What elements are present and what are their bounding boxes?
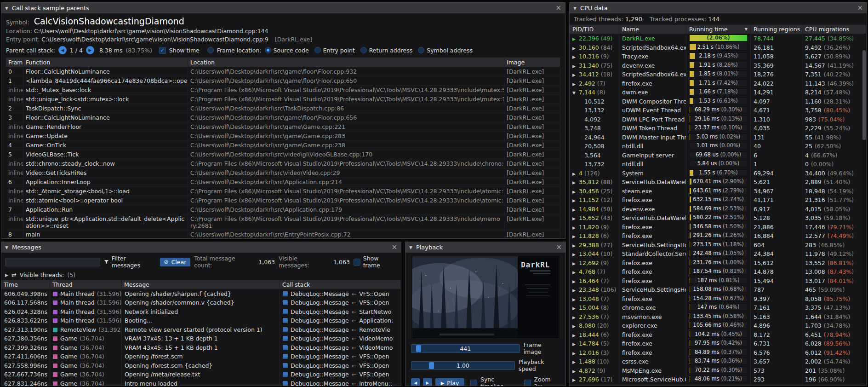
collapse-icon[interactable]: ▼ <box>573 6 577 11</box>
callstack-icon[interactable] <box>283 291 288 296</box>
frame-image-slider[interactable]: 441 <box>411 344 520 353</box>
cpu-row[interactable]: ▶13,044(10)StandardCollector.Servic242.4… <box>570 249 867 259</box>
message-row[interactable]: 627,831,246nsGame(36,704)Intro menu load… <box>1 379 401 386</box>
expand-collapsed-icon[interactable]: ▶ <box>572 350 579 358</box>
callstack-titlebar[interactable]: ▼ Call stack sample parents × <box>1 3 565 13</box>
cpu-row[interactable]: ▶23,348(106)ServiceHub.SettingsHost158.0… <box>570 285 867 295</box>
show-frame-checkbox[interactable] <box>354 259 360 266</box>
callstack-icon[interactable] <box>283 381 288 386</box>
column-header-call-stack[interactable]: Call stack <box>280 280 401 289</box>
callstack-row[interactable]: inlineVideo::GetTicksHiResC:\Users\wolf\… <box>6 168 560 178</box>
show-time-checkbox[interactable] <box>159 47 166 54</box>
next-parent-button[interactable]: ▶ <box>86 46 94 54</box>
radio-circle[interactable] <box>360 47 367 53</box>
cpu-row[interactable]: ▶4,768(7)firefox.exe187.54 ms (0.81%)14,… <box>570 267 867 277</box>
callstack-row[interactable]: 2TaskDispatch::SyncC:\Users\wolf\Desktop… <box>6 104 560 113</box>
message-row[interactable]: 627,380,356nsGame(36,704)VRAM 37x45: 13 … <box>1 335 401 344</box>
callstack-icon[interactable] <box>283 372 288 377</box>
callstack-icon[interactable] <box>283 318 288 323</box>
callstack-row[interactable]: inlineGame::UpdateC:\Users\wolf\Desktop\… <box>6 132 560 141</box>
callstack-row[interactable]: 7Application::RunC:\Users\wolf\Desktop\d… <box>6 205 560 214</box>
column-header-running-regions[interactable]: Running regions <box>751 25 802 34</box>
expand-collapsed-icon[interactable]: ▶ <box>572 53 579 61</box>
callstack-row[interactable]: 4Game::OnTickC:\Users\wolf\Desktop\darkr… <box>6 141 560 150</box>
collapse-icon[interactable]: ▼ <box>5 245 8 250</box>
callstack-row[interactable]: inlinestd::atomic<bool>::operator boolC:… <box>6 196 560 205</box>
callstack-icon[interactable] <box>283 363 288 368</box>
expand-collapsed-icon[interactable]: ▶ <box>572 81 579 88</box>
cpu-row[interactable]: ▶11,828(6)firefox.exe291.26 ms (1.26%)16… <box>570 231 867 241</box>
cpu-row[interactable]: ▶15,652(43)ServiceHub.DataWareho580.22 m… <box>570 214 867 223</box>
cpu-row[interactable]: ▶22,396(49)DarkRL.exe(2.06%)78,74427,445… <box>570 34 867 43</box>
close-icon[interactable]: × <box>555 5 561 12</box>
cpu-row[interactable]: ▶18,444(6)firefox.exe104.2 ms (0.45%)8,1… <box>570 330 867 340</box>
expand-collapsed-icon[interactable]: ▶ <box>572 35 579 43</box>
radio-circle[interactable] <box>314 47 321 53</box>
callstack-row[interactable]: inlinestd::unique_ptr<Application,std::d… <box>6 214 560 230</box>
close-icon[interactable]: × <box>857 5 863 12</box>
cpu-row[interactable]: ▶14,784(5)firefox.exe97.95 ms (0.42%)6,7… <box>570 339 867 348</box>
cpu-row[interactable]: ▶4(126)System1.55 s (6.70%)69,29434,400(… <box>570 169 867 178</box>
cpu-row[interactable]: ▶34,412(18)ScriptedSandbox64.exe1.85 s (… <box>570 70 867 79</box>
column-header-cpu-migrations[interactable]: CPU migrations <box>802 25 867 34</box>
callstack-icon[interactable] <box>283 345 288 350</box>
message-row[interactable]: 627,399,326nsGame(36,704)VRAM 43x45: 15 … <box>1 343 401 352</box>
cpu-row[interactable]: ▶11,820(9)firefox.exe346.58 ms (1.50%)21… <box>570 223 867 232</box>
callstack-icon[interactable] <box>283 300 288 305</box>
callstack-cell[interactable]: DebugLog::Message←IntroMenu:: <box>280 379 401 386</box>
expand-collapsed-icon[interactable]: ▶ <box>572 63 579 70</box>
radio-source-code[interactable]: Source code <box>265 47 309 54</box>
column-header-thread[interactable]: Thread <box>50 280 122 289</box>
callstack-icon[interactable] <box>283 327 288 332</box>
callstack-row[interactable]: inlinestd::chrono::steady_clock::nowC:\P… <box>6 159 560 168</box>
callstack-row[interactable]: 0Floor::CalcLightNoLuminanceC:\Users\wol… <box>6 67 560 76</box>
cpu-row[interactable]: ▶1,488(10)csrss.exe83.74 ms (0.36%)3,657… <box>570 357 867 366</box>
cpu-row[interactable]: ▶30,160(84)ScriptedSandbox64.exe2.51 s (… <box>570 43 867 52</box>
expand-collapsed-icon[interactable]: ▶ <box>572 376 579 384</box>
sync-timeline-checkbox[interactable] <box>470 380 477 386</box>
message-row[interactable]: 606,049,398nsMain thread(31,596)Opening … <box>1 289 401 299</box>
expand-collapsed-icon[interactable]: ▶ <box>572 341 579 348</box>
cpu-row[interactable]: ▶13,048(7)firefox.exe154.28 ms (0.67%)9,… <box>570 295 867 304</box>
cpu-row[interactable]: ▶8,080(20)explorer.exe105.66 ms (0.46%)4… <box>570 321 867 330</box>
callstack-row[interactable]: inlineGame::RenderFloorC:\Users\wolf\Des… <box>6 122 560 132</box>
callstack-row[interactable]: inlinestd::_Mutex_base::lockC:\Program F… <box>6 86 560 95</box>
cpu-row[interactable]: 4,092DWM LPC Port Thread29.16 ms (0.13%)… <box>570 115 867 124</box>
next-frame-button[interactable]: ▶ <box>423 378 432 386</box>
callstack-row[interactable]: inlinestd::unique_lock<std::mutex>::lock… <box>6 95 560 104</box>
expand-collapsed-icon[interactable]: ▶ <box>572 242 579 250</box>
message-row[interactable]: 626,833,622nsMain thread(31,596)Booting.… <box>1 317 401 326</box>
prev-frame-button[interactable]: ◀ <box>411 378 420 386</box>
callstack-cell[interactable]: DebugLog::Message←RemoteVie <box>280 325 401 335</box>
cpu-row[interactable]: ▶35,812(88)ServiceHub.DataWareho670.41 m… <box>570 178 867 187</box>
callstack-row[interactable]: 6Application::InnerLoopC:\Users\wolf\Des… <box>6 178 560 187</box>
callstack-row[interactable]: 8mainC:\Users\wolf\Desktop\darkrl\src\En… <box>6 230 560 238</box>
callstack-icon[interactable] <box>283 354 288 359</box>
expand-collapsed-icon[interactable]: ▶ <box>572 188 579 196</box>
message-row[interactable]: 627,667,736nsGame(36,704)Opening /meta/r… <box>1 370 401 380</box>
cpu-row[interactable]: 24,964DWM Master Input Threa5.03 ms (0.0… <box>570 133 867 142</box>
column-header-name[interactable]: Name <box>619 25 686 34</box>
message-row[interactable]: 627,411,606nsGame(36,704)Opening /forest… <box>1 352 401 362</box>
cpu-row[interactable]: 13,132uDWM Event Thread68.29 ms (0.30%)4… <box>570 106 867 115</box>
cpu-row[interactable]: ▶12,692(9)firefox.exe231.76 ms (1.00%)15… <box>570 259 867 268</box>
clear-button[interactable]: ⊘ Clear <box>160 258 191 266</box>
callstack-cell[interactable]: DebugLog::Message←StartNetwo <box>280 307 401 317</box>
expand-collapsed-icon[interactable]: ▶ <box>572 269 579 277</box>
column-header-running-time[interactable]: Running time▼ <box>686 25 751 34</box>
expand-collapsed-icon[interactable]: ▶ <box>572 368 579 375</box>
expand-collapsed-icon[interactable]: ▶ <box>572 251 579 259</box>
cpu-row[interactable]: ▶12,016(3)firefox.exe84.89 ms (0.37%)6,5… <box>570 348 867 358</box>
callstack-icon[interactable] <box>283 336 288 341</box>
cpu-row[interactable]: ▶11,152(12)firefox.exe632.15 ms (2.74%)4… <box>570 196 867 205</box>
column-header-pid/tid[interactable]: PID/TID <box>570 25 619 34</box>
vertical-scrollbar[interactable] <box>862 47 866 383</box>
column-header-function[interactable]: Function <box>23 58 188 67</box>
expand-collapsed-icon[interactable]: ▶ <box>572 233 579 241</box>
expand-collapsed-icon[interactable]: ▶ <box>572 179 579 187</box>
cpu-row[interactable]: ▶30,456(25)steam.exe643.61 ms (2.79%)34,… <box>570 187 867 196</box>
column-header-time[interactable]: Time <box>1 280 50 289</box>
prev-parent-button[interactable]: ◀ <box>58 46 67 54</box>
cpu-row[interactable]: ▶27,536(7)msvsmon.exe133.45 ms (0.58%)5,… <box>570 312 867 322</box>
cpu-row[interactable]: ▼7,144(8)dwm.exe1.66 s (7.18%)14,2918,21… <box>570 88 867 97</box>
